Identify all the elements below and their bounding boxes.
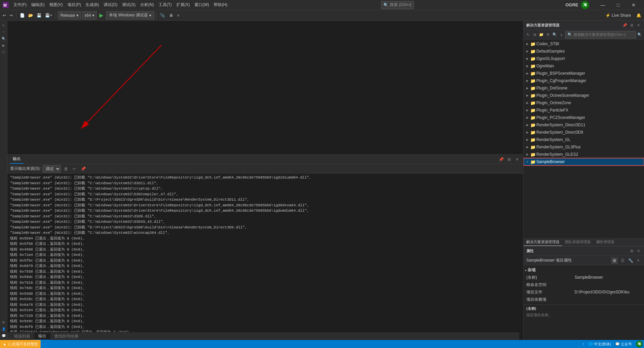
tree-item-plugin-cgprogrammanager[interactable]: ▶📁Plugin_CgProgramManager bbox=[524, 77, 644, 84]
errors-tab[interactable]: 错误列表 bbox=[10, 333, 34, 340]
find-results-tab[interactable]: 查找符号结果 bbox=[50, 333, 83, 340]
menu-view[interactable]: 视图(V) bbox=[47, 1, 65, 8]
menu-edit[interactable]: 编辑(E) bbox=[29, 1, 47, 8]
debug-target-dropdown[interactable]: 本地 Windows 调试器 ▾ bbox=[106, 11, 154, 19]
tree-item-codec-stbi[interactable]: ▶📁Codec_STBI bbox=[524, 40, 644, 48]
sidebar-debug-icon[interactable]: ▶ bbox=[1, 42, 7, 48]
tree-item-label: OgreGLSupport bbox=[536, 56, 565, 61]
tree-item-samplebrowser[interactable]: ▾📁SampleBrowser bbox=[524, 158, 644, 165]
se-tab-properties[interactable]: 属性管理器 bbox=[593, 239, 617, 246]
se-close-button[interactable]: ✕ bbox=[635, 22, 641, 28]
prop-close-button[interactable]: ✕ bbox=[635, 248, 641, 254]
folder-icon: 📁 bbox=[530, 152, 536, 157]
folder-icon: 📁 bbox=[530, 159, 536, 164]
start-debug-button[interactable]: ▶ bbox=[98, 11, 105, 19]
tree-item-ogreglsupport[interactable]: ▶📁OgreGLSupport bbox=[524, 55, 644, 62]
se-search-box[interactable]: 🔍 搜索解决方案资源管理器(Ctrl+;) bbox=[565, 31, 636, 39]
menu-test[interactable]: 测试(S) bbox=[120, 1, 138, 8]
output-float-button[interactable]: ⊞ bbox=[506, 156, 513, 163]
output-wrap-button[interactable]: ↵ bbox=[71, 166, 77, 172]
output-pin-button[interactable]: 📌 bbox=[498, 156, 504, 163]
menu-help[interactable]: 帮助(H) bbox=[212, 1, 229, 8]
close-button[interactable]: ✕ bbox=[626, 0, 641, 10]
output-bottom-tab[interactable]: 输出 bbox=[34, 333, 50, 340]
tree-item-rendersystem-gl3plus[interactable]: ▶📁RenderSystem_GL3Plus bbox=[524, 143, 644, 151]
save-button[interactable]: 💾 bbox=[35, 12, 43, 18]
screenshot-button[interactable]: 🖥 bbox=[168, 12, 174, 18]
prop-dropdown-arrow[interactable]: ▾ bbox=[635, 258, 641, 264]
se-float-button[interactable]: ⊞ bbox=[629, 22, 635, 28]
menu-build[interactable]: 生成(B) bbox=[84, 1, 101, 8]
global-search-box[interactable]: 🔍 搜索 (Ctrl+/) bbox=[381, 1, 414, 9]
sidebar-settings-icon[interactable]: ⚙ bbox=[1, 319, 7, 325]
prop-name-value: SampleBrowser bbox=[575, 275, 603, 280]
solution-explorer-controls: 📌 ⊞ ✕ bbox=[622, 22, 641, 28]
se-toolbar-btn-5[interactable]: 🔍 bbox=[552, 32, 558, 38]
folder-icon: 📁 bbox=[530, 108, 536, 113]
open-button[interactable]: 📂 bbox=[27, 12, 35, 18]
prop-sort-btn[interactable]: 🔧 bbox=[627, 257, 634, 264]
status-up-arrow[interactable]: ↑ bbox=[581, 342, 586, 346]
sidebar-git-icon[interactable]: ⑂ bbox=[1, 29, 7, 35]
status-region[interactable]: 💬 公众号 bbox=[614, 342, 633, 347]
minimize-button[interactable]: — bbox=[595, 0, 610, 10]
undo-button[interactable]: ↩ bbox=[1, 12, 7, 18]
menu-project[interactable]: 项目(P) bbox=[65, 1, 83, 8]
output-tab[interactable]: 输出 bbox=[10, 155, 23, 164]
se-toolbar-btn-2[interactable]: ⊞ bbox=[532, 32, 538, 38]
tree-item-plugin-octreezone[interactable]: ▶📁Plugin_OctreeZone bbox=[524, 99, 644, 107]
redo-button[interactable]: ↪ bbox=[8, 12, 14, 18]
sidebar-feedback-icon[interactable]: 💬 bbox=[1, 333, 7, 339]
tree-item-rendersystem-gles2[interactable]: ▶📁RenderSystem_GLES2 bbox=[524, 151, 644, 158]
platform-dropdown[interactable]: x64 ▾ bbox=[82, 11, 97, 19]
tree-item-defaultsamples[interactable]: ▶📁DefaultSamples bbox=[524, 48, 644, 55]
se-toolbar-btn-3[interactable]: 📁 bbox=[538, 32, 544, 38]
tree-item-plugin-particlefx[interactable]: ▶📁Plugin_ParticleFX bbox=[524, 107, 644, 114]
menu-debug[interactable]: 调试(D) bbox=[102, 1, 119, 8]
prop-cat-view-btn[interactable]: ☰ bbox=[619, 257, 626, 264]
sidebar-search-icon[interactable]: 🔍 bbox=[1, 36, 7, 42]
attach-button[interactable]: 📎 bbox=[159, 12, 166, 18]
sidebar-extensions-icon[interactable]: ⬡ bbox=[1, 49, 7, 55]
tree-item-rendersystem-direct3d9[interactable]: ▶📁RenderSystem_Direct3D9 bbox=[524, 129, 644, 136]
tree-item-rendersystem-gl[interactable]: ▶📁RenderSystem_GL bbox=[524, 136, 644, 143]
se-search-submit[interactable]: 🔍 bbox=[637, 32, 643, 38]
tree-item-rendersystem-direct3d11[interactable]: ▶📁RenderSystem_Direct3D11 bbox=[524, 121, 644, 129]
output-pin-output-button[interactable]: 📌 bbox=[79, 166, 87, 172]
se-toolbar-btn-6[interactable]: ≡ bbox=[558, 32, 565, 38]
se-tab-team[interactable]: 团队资源管理器 bbox=[562, 239, 593, 246]
menu-file[interactable]: 文件(F) bbox=[11, 1, 29, 8]
expand-icon: ▶ bbox=[525, 137, 530, 142]
notifications-button[interactable]: 🔔 bbox=[635, 12, 643, 18]
extra-button[interactable]: = bbox=[176, 12, 181, 18]
status-encoding[interactable]: 🌐 中文(简体) bbox=[587, 342, 612, 347]
tree-item-ogremain[interactable]: ▶📁OgreMain bbox=[524, 62, 644, 70]
output-line: 线程 0x6870 已退出，返回值为 0 (0x0)。 bbox=[10, 263, 521, 269]
output-content[interactable]: "SampleBrowser.exe" (Win32): 已卸载 "C:\Win… bbox=[7, 173, 523, 332]
tree-item-plugin-dotscene[interactable]: ▶📁Plugin_DotScene bbox=[524, 84, 644, 92]
tree-item-plugin-octreescenemanager[interactable]: ▶📁Plugin_OctreeSceneManager bbox=[524, 92, 644, 99]
se-toolbar-btn-1[interactable]: ↻ bbox=[525, 32, 531, 38]
new-project-button[interactable]: 📄 bbox=[18, 12, 26, 18]
prop-float-button[interactable]: ⊞ bbox=[629, 248, 635, 254]
tree-item-plugin-bspscenemanager[interactable]: ▶📁Plugin_BSPSceneManager bbox=[524, 70, 644, 77]
menu-window[interactable]: 窗口(W) bbox=[193, 1, 211, 8]
maximize-button[interactable]: □ bbox=[610, 0, 626, 10]
status-user-icon[interactable]: 海 bbox=[635, 341, 644, 347]
prop-grid-view-btn[interactable]: ⊞ bbox=[611, 257, 618, 264]
live-share-button[interactable]: ⚡ Live Share bbox=[603, 12, 633, 18]
output-close-button[interactable]: ✕ bbox=[514, 156, 521, 163]
menu-tools[interactable]: 工具(T) bbox=[157, 1, 174, 8]
output-clear-button[interactable]: 🗑 bbox=[63, 166, 69, 172]
se-tab-solution[interactable]: 解决方案资源管理器 bbox=[524, 239, 562, 246]
configuration-dropdown[interactable]: Release ▾ bbox=[58, 11, 81, 19]
tree-item-plugin-pczscenemanager[interactable]: ▶📁Plugin_PCZSceneManager bbox=[524, 114, 644, 121]
sidebar-solution-explorer-icon[interactable]: ≡ bbox=[1, 22, 7, 28]
se-toolbar-btn-4[interactable]: ⚙ bbox=[545, 32, 551, 38]
sidebar-account-icon[interactable]: 👤 bbox=[1, 326, 7, 332]
menu-extensions[interactable]: 扩展(X) bbox=[174, 1, 192, 8]
menu-analyze[interactable]: 分析(N) bbox=[138, 1, 156, 8]
se-pin-button[interactable]: 📌 bbox=[622, 22, 628, 28]
save-all-button[interactable]: 💾+ bbox=[44, 12, 54, 18]
output-source-select[interactable]: 调试 bbox=[43, 165, 61, 172]
